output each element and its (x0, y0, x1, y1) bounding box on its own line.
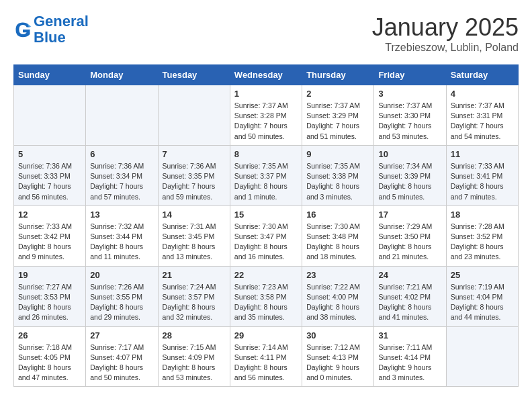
day-cell: 13Sunrise: 7:32 AM Sunset: 3:44 PM Dayli… (86, 205, 158, 266)
day-cell: 18Sunrise: 7:28 AM Sunset: 3:52 PM Dayli… (446, 205, 518, 266)
day-cell: 14Sunrise: 7:31 AM Sunset: 3:45 PM Dayli… (158, 205, 230, 266)
day-cell: 22Sunrise: 7:23 AM Sunset: 3:58 PM Dayli… (230, 266, 302, 326)
day-number: 30 (306, 330, 369, 340)
day-number: 23 (306, 270, 369, 280)
day-info: Sunrise: 7:30 AM Sunset: 3:48 PM Dayligh… (306, 222, 369, 263)
day-info: Sunrise: 7:37 AM Sunset: 3:30 PM Dayligh… (378, 101, 441, 142)
day-number: 8 (234, 149, 298, 159)
calendar-title: January 2025 (372, 13, 519, 42)
day-cell: 10Sunrise: 7:34 AM Sunset: 3:39 PM Dayli… (374, 145, 446, 205)
day-cell (86, 85, 158, 146)
day-number: 19 (18, 270, 81, 280)
day-number: 12 (18, 210, 81, 220)
day-number: 6 (90, 149, 153, 159)
day-number: 7 (163, 149, 226, 159)
day-number: 18 (451, 210, 514, 220)
day-number: 26 (18, 330, 81, 340)
day-info: Sunrise: 7:31 AM Sunset: 3:45 PM Dayligh… (163, 222, 226, 263)
day-info: Sunrise: 7:37 AM Sunset: 3:31 PM Dayligh… (451, 101, 514, 142)
day-number: 27 (90, 330, 153, 340)
day-cell: 3Sunrise: 7:37 AM Sunset: 3:30 PM Daylig… (374, 85, 446, 146)
day-cell: 23Sunrise: 7:22 AM Sunset: 4:00 PM Dayli… (302, 266, 374, 326)
day-info: Sunrise: 7:35 AM Sunset: 3:37 PM Dayligh… (234, 161, 298, 202)
day-info: Sunrise: 7:36 AM Sunset: 3:33 PM Dayligh… (18, 161, 81, 202)
logo-line2: Blue (34, 29, 66, 46)
day-number: 15 (234, 210, 298, 220)
day-cell: 16Sunrise: 7:30 AM Sunset: 3:48 PM Dayli… (302, 205, 374, 266)
day-cell: 20Sunrise: 7:26 AM Sunset: 3:55 PM Dayli… (86, 266, 158, 326)
day-info: Sunrise: 7:37 AM Sunset: 3:28 PM Dayligh… (234, 101, 298, 142)
day-cell: 12Sunrise: 7:33 AM Sunset: 3:42 PM Dayli… (14, 205, 86, 266)
day-cell: 25Sunrise: 7:19 AM Sunset: 4:04 PM Dayli… (446, 266, 518, 326)
day-cell: 28Sunrise: 7:15 AM Sunset: 4:09 PM Dayli… (158, 326, 230, 387)
day-info: Sunrise: 7:14 AM Sunset: 4:11 PM Dayligh… (234, 342, 298, 383)
day-number: 20 (90, 270, 153, 280)
day-number: 28 (163, 330, 226, 340)
day-number: 10 (378, 149, 441, 159)
day-cell: 31Sunrise: 7:11 AM Sunset: 4:14 PM Dayli… (374, 326, 446, 387)
day-cell: 9Sunrise: 7:35 AM Sunset: 3:38 PM Daylig… (302, 145, 374, 205)
day-number: 4 (451, 89, 514, 99)
day-number: 31 (378, 330, 441, 340)
day-cell (158, 85, 230, 146)
day-info: Sunrise: 7:29 AM Sunset: 3:50 PM Dayligh… (378, 222, 441, 263)
week-row-3: 12Sunrise: 7:33 AM Sunset: 3:42 PM Dayli… (14, 205, 519, 266)
day-info: Sunrise: 7:15 AM Sunset: 4:09 PM Dayligh… (163, 342, 226, 383)
day-number: 24 (378, 270, 441, 280)
day-info: Sunrise: 7:33 AM Sunset: 3:41 PM Dayligh… (451, 161, 514, 202)
logo: General Blue (13, 13, 89, 46)
day-number: 14 (163, 210, 226, 220)
logo-line1: General (34, 13, 89, 30)
day-number: 1 (234, 89, 298, 99)
day-cell: 30Sunrise: 7:12 AM Sunset: 4:13 PM Dayli… (302, 326, 374, 387)
header-cell-monday: Monday (86, 65, 158, 85)
day-info: Sunrise: 7:26 AM Sunset: 3:55 PM Dayligh… (90, 282, 153, 323)
day-cell: 19Sunrise: 7:27 AM Sunset: 3:53 PM Dayli… (14, 266, 86, 326)
page-header: General Blue January 2025 Trzebieszow, L… (13, 13, 519, 54)
day-info: Sunrise: 7:34 AM Sunset: 3:39 PM Dayligh… (378, 161, 441, 202)
day-cell (446, 326, 518, 387)
day-cell: 26Sunrise: 7:18 AM Sunset: 4:05 PM Dayli… (14, 326, 86, 387)
logo-icon (13, 20, 32, 39)
day-info: Sunrise: 7:11 AM Sunset: 4:14 PM Dayligh… (378, 342, 441, 383)
week-row-2: 5Sunrise: 7:36 AM Sunset: 3:33 PM Daylig… (14, 145, 519, 205)
week-row-4: 19Sunrise: 7:27 AM Sunset: 3:53 PM Dayli… (14, 266, 519, 326)
day-info: Sunrise: 7:24 AM Sunset: 3:57 PM Dayligh… (163, 282, 226, 323)
day-number: 25 (451, 270, 514, 280)
day-number: 29 (234, 330, 298, 340)
day-cell: 24Sunrise: 7:21 AM Sunset: 4:02 PM Dayli… (374, 266, 446, 326)
day-cell: 1Sunrise: 7:37 AM Sunset: 3:28 PM Daylig… (230, 85, 302, 146)
day-cell: 29Sunrise: 7:14 AM Sunset: 4:11 PM Dayli… (230, 326, 302, 387)
day-number: 21 (163, 270, 226, 280)
header-cell-thursday: Thursday (302, 65, 374, 85)
day-info: Sunrise: 7:32 AM Sunset: 3:44 PM Dayligh… (90, 222, 153, 263)
day-info: Sunrise: 7:17 AM Sunset: 4:07 PM Dayligh… (90, 342, 153, 383)
day-number: 16 (306, 210, 369, 220)
day-cell: 5Sunrise: 7:36 AM Sunset: 3:33 PM Daylig… (14, 145, 86, 205)
header-row: SundayMondayTuesdayWednesdayThursdayFrid… (14, 65, 519, 85)
day-cell: 8Sunrise: 7:35 AM Sunset: 3:37 PM Daylig… (230, 145, 302, 205)
day-cell: 11Sunrise: 7:33 AM Sunset: 3:41 PM Dayli… (446, 145, 518, 205)
header-cell-tuesday: Tuesday (158, 65, 230, 85)
day-info: Sunrise: 7:27 AM Sunset: 3:53 PM Dayligh… (18, 282, 81, 323)
header-cell-wednesday: Wednesday (230, 65, 302, 85)
day-info: Sunrise: 7:18 AM Sunset: 4:05 PM Dayligh… (18, 342, 81, 383)
day-cell: 6Sunrise: 7:36 AM Sunset: 3:34 PM Daylig… (86, 145, 158, 205)
week-row-1: 1Sunrise: 7:37 AM Sunset: 3:28 PM Daylig… (14, 85, 519, 146)
day-cell: 27Sunrise: 7:17 AM Sunset: 4:07 PM Dayli… (86, 326, 158, 387)
day-cell (14, 85, 86, 146)
day-info: Sunrise: 7:35 AM Sunset: 3:38 PM Dayligh… (306, 161, 369, 202)
day-info: Sunrise: 7:36 AM Sunset: 3:35 PM Dayligh… (163, 161, 226, 202)
day-number: 11 (451, 149, 514, 159)
day-info: Sunrise: 7:28 AM Sunset: 3:52 PM Dayligh… (451, 222, 514, 263)
day-info: Sunrise: 7:33 AM Sunset: 3:42 PM Dayligh… (18, 222, 81, 263)
calendar-subtitle: Trzebieszow, Lublin, Poland (372, 42, 519, 54)
day-info: Sunrise: 7:19 AM Sunset: 4:04 PM Dayligh… (451, 282, 514, 323)
logo-text: General Blue (34, 13, 89, 46)
day-info: Sunrise: 7:36 AM Sunset: 3:34 PM Dayligh… (90, 161, 153, 202)
header-cell-friday: Friday (374, 65, 446, 85)
day-cell: 2Sunrise: 7:37 AM Sunset: 3:29 PM Daylig… (302, 85, 374, 146)
calendar-table: SundayMondayTuesdayWednesdayThursdayFrid… (13, 64, 519, 387)
day-info: Sunrise: 7:23 AM Sunset: 3:58 PM Dayligh… (234, 282, 298, 323)
day-info: Sunrise: 7:30 AM Sunset: 3:47 PM Dayligh… (234, 222, 298, 263)
